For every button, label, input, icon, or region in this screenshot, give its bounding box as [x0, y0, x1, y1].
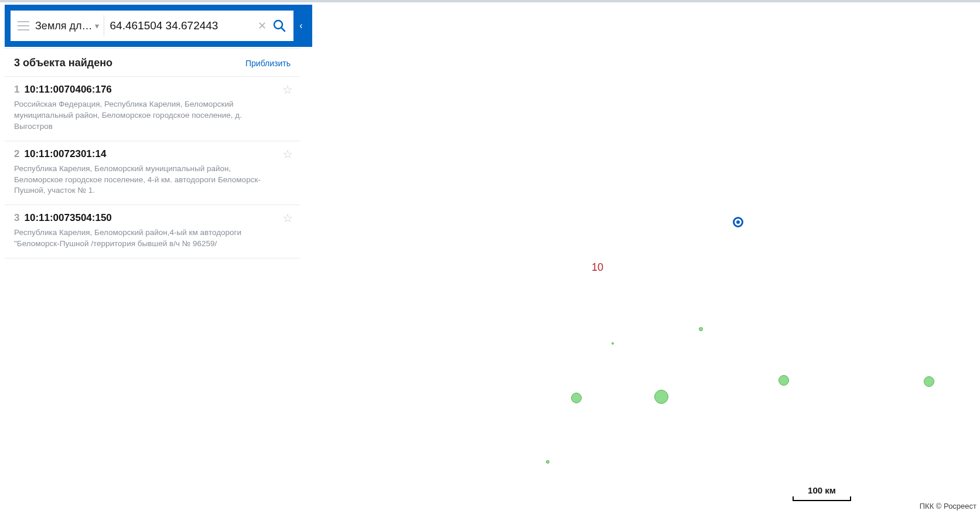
collapse-panel-icon[interactable]: ‹ [296, 21, 306, 31]
result-address: Республика Карелия, Беломорский район,4-… [14, 227, 272, 250]
cluster-dot[interactable] [571, 393, 582, 403]
result-item[interactable]: ☆ 1 10:11:0070406:176 Российская Федерац… [5, 77, 300, 141]
scale-label: 100 км [808, 485, 836, 495]
cluster-dot[interactable] [654, 390, 668, 404]
divider [104, 15, 104, 36]
star-icon[interactable]: ☆ [282, 83, 293, 97]
cluster-dot[interactable] [546, 460, 549, 464]
result-cadastral-number: 10:11:0073504:150 [24, 212, 111, 224]
results-panel: 3 объекта найдено Приблизить ☆ 1 10:11:0… [5, 48, 300, 258]
result-index: 2 [14, 148, 19, 160]
cluster-dot[interactable] [778, 375, 789, 386]
cluster-dot[interactable] [612, 342, 614, 345]
star-icon[interactable]: ☆ [282, 147, 293, 161]
result-address: Республика Карелия, Беломорский муниципа… [14, 164, 272, 197]
menu-icon[interactable] [18, 21, 29, 30]
results-count: 3 объекта найдено [14, 57, 112, 69]
search-input[interactable] [110, 19, 252, 32]
cluster-dot[interactable] [699, 327, 703, 331]
results-zoom-link[interactable]: Приблизить [245, 59, 291, 68]
location-marker[interactable] [733, 217, 743, 227]
result-index: 3 [14, 212, 19, 224]
results-header: 3 объекта найдено Приблизить [5, 49, 300, 77]
result-item[interactable]: ☆ 2 10:11:0072301:14 Республика Карелия,… [5, 141, 300, 206]
result-index: 1 [14, 84, 19, 96]
region-number-label: 10 [592, 261, 603, 274]
cluster-dot[interactable] [924, 376, 934, 387]
window-top-border [0, 0, 980, 2]
scale-line [793, 496, 851, 501]
result-item[interactable]: ☆ 3 10:11:0073504:150 Республика Карелия… [5, 205, 300, 258]
chevron-down-icon[interactable]: ▾ [95, 21, 99, 30]
map-attribution: ПКК © Росреест [920, 502, 976, 510]
result-address: Российская Федерация, Республика Карелия… [14, 99, 272, 132]
filter-dropdown-label[interactable]: Земля дл… [35, 20, 93, 32]
svg-line-1 [281, 28, 285, 31]
scale-bar: 100 км [793, 485, 851, 501]
result-cadastral-number: 10:11:0072301:14 [24, 148, 106, 160]
clear-icon[interactable]: ✕ [258, 21, 267, 31]
result-cadastral-number: 10:11:0070406:176 [24, 84, 111, 96]
search-inner: Земля дл… ▾ ✕ [11, 11, 293, 41]
star-icon[interactable]: ☆ [282, 211, 293, 225]
search-bar: Земля дл… ▾ ✕ ‹ [5, 5, 312, 47]
search-icon[interactable] [272, 19, 286, 33]
